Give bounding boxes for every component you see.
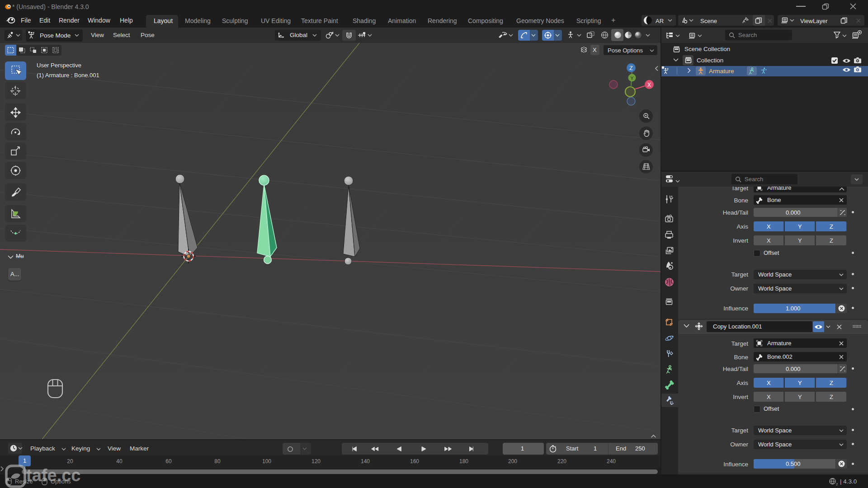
svg-text:2: 2 xyxy=(836,482,838,486)
svg-text:Y: Y xyxy=(630,75,634,81)
svg-text:Z: Z xyxy=(629,65,632,71)
svg-text:X: X xyxy=(647,82,651,88)
svg-text:tafe.cc: tafe.cc xyxy=(26,466,80,485)
